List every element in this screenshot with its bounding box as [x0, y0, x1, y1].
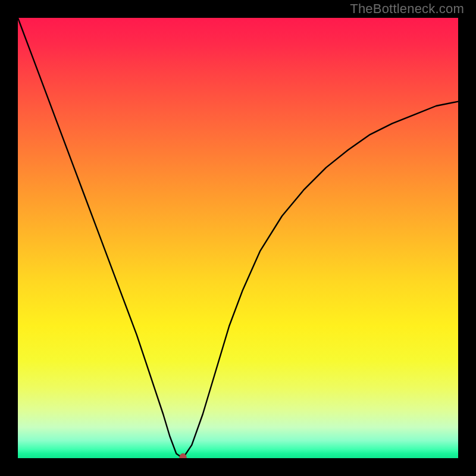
curve-svg: [18, 18, 458, 458]
bottleneck-curve: [18, 18, 458, 458]
chart-container: TheBottleneck.com: [0, 0, 476, 476]
plot-area: [18, 18, 458, 458]
watermark-text: TheBottleneck.com: [350, 1, 464, 17]
